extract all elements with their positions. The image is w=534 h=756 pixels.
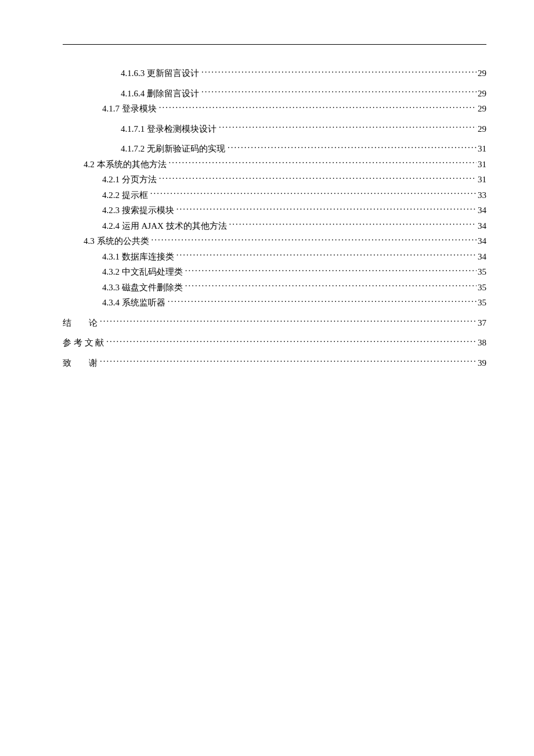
toc-entry: 4.2.3 搜索提示模块 34 [63,204,486,217]
toc-leader-dots [176,251,477,260]
toc-entry: 致 谢 39 [63,357,486,370]
toc-entry-page: 35 [477,281,486,294]
toc-entry-page: 34 [477,204,486,217]
toc-leader-dots [100,357,477,366]
toc-entry: 4.3 系统的公共类34 [63,235,486,248]
toc-entry-page: 34 [477,219,486,233]
toc-entry: 4.3.2 中文乱码处理类 35 [63,265,486,279]
toc-entry-page: 29 [477,123,486,136]
toc-entry-page: 31 [477,158,486,171]
toc-entry-label: 4.2.3 搜索提示模块 [102,204,176,217]
toc-leader-dots [201,67,477,76]
toc-entry-page: 39 [477,357,486,370]
toc-leader-dots [159,103,477,111]
toc-entry: 4.3.1 数据库连接类 34 [63,250,486,264]
toc-leader-dots [100,317,477,326]
toc-leader-dots [228,143,477,152]
toc-entry-label: 参 考 文 献 [63,336,106,350]
toc-entry-page: 29 [477,67,486,80]
toc-entry-label: 4.1.6.3 更新留言设计 [121,67,201,80]
toc-entry-label: 4.3 系统的公共类 [84,235,151,248]
toc-entry-page: 38 [477,336,486,350]
toc-leader-dots [185,266,477,275]
toc-entry-page: 37 [477,316,486,330]
toc-entry-label: 4.1.7.2 无刷新验证码的实现 [121,142,228,156]
toc-entry-label: 致 谢 [63,357,100,370]
document-page: 4.1.6.3 更新留言设计294.1.6.4 删除留言设计294.1.7 登录… [0,0,534,369]
toc-entry: 4.2.1 分页方法 31 [63,173,486,186]
toc-entry: 4.2 本系统的其他方法31 [63,158,486,171]
toc-entry: 4.1.6.4 删除留言设计29 [63,87,486,100]
header-rule [63,44,486,45]
toc-entry-page: 34 [477,250,486,264]
toc-leader-dots [106,337,477,345]
toc-entry-label: 4.2.1 分页方法 [102,173,159,186]
toc-entry-label: 4.3.4 系统监听器 [102,296,168,309]
toc-entry-page: 29 [477,102,486,116]
toc-entry: 4.3.4 系统监听器 35 [63,296,486,309]
toc-entry-label: 4.3.2 中文乱码处理类 [102,265,185,279]
toc-entry-label: 4.3.1 数据库连接类 [102,250,176,264]
toc-entry: 4.2.4 运用 AJAX 技术的其他方法 34 [63,219,486,233]
toc-entry-label: 4.1.7.1 登录检测模块设计 [121,123,219,136]
toc-entry: 4.1.6.3 更新留言设计29 [63,67,486,80]
toc-entry-page: 29 [477,87,486,100]
toc-leader-dots [201,88,477,96]
toc-entry: 结 论 37 [63,316,486,330]
toc-entry-page: 35 [477,265,486,279]
toc-leader-dots [229,220,477,229]
toc-leader-dots [151,235,477,244]
toc-entry-label: 4.2.4 运用 AJAX 技术的其他方法 [102,219,229,233]
toc-entry: 4.1.7.2 无刷新验证码的实现31 [63,142,486,156]
toc-leader-dots [159,174,477,182]
toc-entry-label: 4.3.3 磁盘文件删除类 [102,281,185,294]
toc-entry-label: 4.2.2 提示框 [102,189,150,202]
toc-leader-dots [169,159,477,167]
toc-leader-dots [168,297,477,305]
toc-leader-dots [176,204,477,213]
toc-entry: 参 考 文 献 38 [63,336,486,350]
toc-entry-page: 33 [477,189,486,202]
toc-entry-page: 31 [477,173,486,186]
toc-entry: 4.3.3 磁盘文件删除类 35 [63,281,486,294]
toc-entry: 4.1.7 登录模块 29 [63,102,486,116]
toc-leader-dots [219,123,477,132]
toc-entry-page: 31 [477,142,486,156]
toc-leader-dots [150,189,477,198]
toc-entry-label: 结 论 [63,316,100,330]
toc-entry-page: 34 [477,235,486,248]
toc-leader-dots [185,282,477,290]
toc-entry-page: 35 [477,296,486,309]
table-of-contents: 4.1.6.3 更新留言设计294.1.6.4 删除留言设计294.1.7 登录… [63,67,486,369]
toc-entry-label: 4.2 本系统的其他方法 [84,158,169,171]
toc-entry-label: 4.1.6.4 删除留言设计 [121,87,201,100]
toc-entry: 4.2.2 提示框 33 [63,189,486,202]
toc-entry: 4.1.7.1 登录检测模块设计29 [63,123,486,136]
toc-entry-label: 4.1.7 登录模块 [102,102,159,116]
